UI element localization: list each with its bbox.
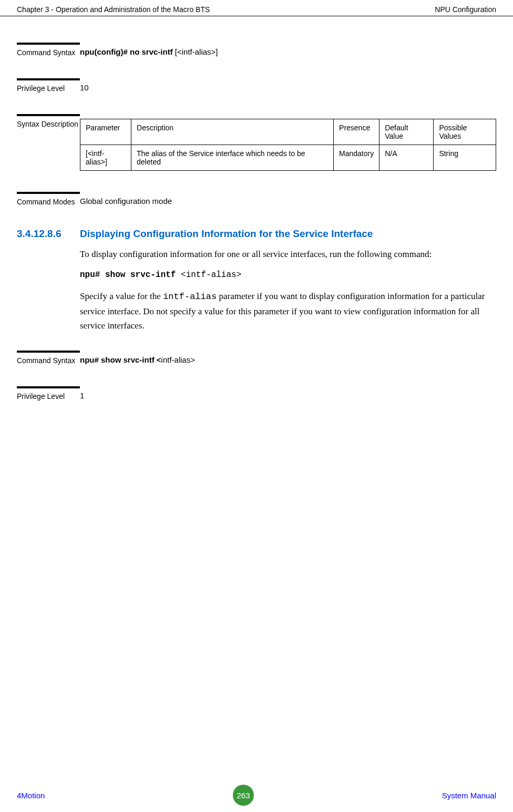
syntax-prefix-2: npu# show srvc-intf < <box>80 355 161 364</box>
privilege-level-value-2: 1 <box>80 386 496 401</box>
syntax-description-label: Syntax Description <box>17 114 80 171</box>
td-possible: String <box>434 145 496 171</box>
syntax-description-table-wrap: Parameter Description Presence Default V… <box>80 114 496 171</box>
command-syntax-label-2: Command Syntax <box>17 351 80 365</box>
td-parameter: [<intf-alias>] <box>80 145 131 171</box>
command-syntax-value: npu(config)# no srvc-intf [<intf-alias>] <box>80 43 496 57</box>
table-row: [<intf-alias>] The alias of the Service … <box>80 145 496 171</box>
th-default: Default Value <box>379 119 434 145</box>
privilege-level-block-2: Privilege Level 1 <box>17 386 496 401</box>
th-description: Description <box>131 119 334 145</box>
command-arg: <intf-alias> <box>181 270 241 280</box>
command-modes-label: Command Modes <box>17 192 80 207</box>
body-para-2: Specify a value for the intf-alias param… <box>80 289 496 333</box>
main-content: Command Syntax npu(config)# no srvc-intf… <box>0 16 513 401</box>
parameter-table: Parameter Description Presence Default V… <box>80 119 496 171</box>
privilege-level-label: Privilege Level <box>17 78 80 93</box>
syntax-prefix: npu(config)# no srvc-intf <box>80 47 175 56</box>
td-default: N/A <box>379 145 434 171</box>
syntax-suffix-2: intf-alias> <box>161 355 196 364</box>
privilege-level-block: Privilege Level 10 <box>17 78 496 93</box>
para2-pre: Specify a value for the <box>80 291 163 301</box>
privilege-level-label-2: Privilege Level <box>17 386 80 401</box>
privilege-level-value: 10 <box>80 78 496 93</box>
body-para-1: To display configuration information for… <box>80 247 496 261</box>
command-syntax-block: Command Syntax npu(config)# no srvc-intf… <box>17 43 496 57</box>
page-footer: 4Motion 263 System Manual <box>17 785 496 806</box>
para2-mono: intf-alias <box>163 292 217 302</box>
command-syntax-value-2: npu# show srvc-intf <intf-alias> <box>80 351 496 365</box>
th-possible: Possible Values <box>434 119 496 145</box>
command-bold: npu# show srvc-intf <box>80 270 181 280</box>
syntax-description-block: Syntax Description Parameter Description… <box>17 114 496 171</box>
command-modes-block: Command Modes Global configuration mode <box>17 192 496 207</box>
th-presence: Presence <box>334 119 379 145</box>
command-syntax-label: Command Syntax <box>17 43 80 57</box>
page-header: Chapter 3 - Operation and Administration… <box>0 0 513 16</box>
th-parameter: Parameter <box>80 119 131 145</box>
footer-right: System Manual <box>442 791 496 800</box>
td-presence: Mandatory <box>334 145 379 171</box>
command-example: npu# show srvc-intf <intf-alias> <box>80 269 496 282</box>
page-number-badge: 263 <box>233 785 254 806</box>
header-right: NPU Configuration <box>435 5 496 14</box>
syntax-suffix: [<intf-alias>] <box>175 47 218 56</box>
command-syntax-block-2: Command Syntax npu# show srvc-intf <intf… <box>17 351 496 365</box>
table-header-row: Parameter Description Presence Default V… <box>80 119 496 145</box>
header-left: Chapter 3 - Operation and Administration… <box>17 5 210 14</box>
td-description: The alias of the Service interface which… <box>131 145 334 171</box>
section-heading: 3.4.12.8.6 Displaying Configuration Info… <box>17 228 496 240</box>
section-number: 3.4.12.8.6 <box>17 228 80 240</box>
footer-left: 4Motion <box>17 791 45 800</box>
command-modes-value: Global configuration mode <box>80 192 496 207</box>
section-title: Displaying Configuration Information for… <box>80 228 496 240</box>
